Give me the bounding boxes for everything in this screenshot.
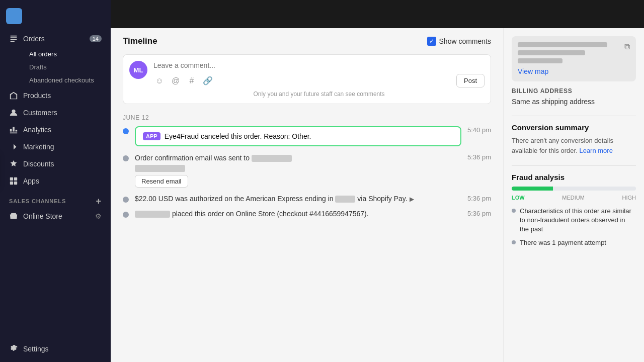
comment-note: Only you and your future staff can see c… (153, 90, 485, 98)
fraud-analysis-title: Fraud analysis (512, 173, 636, 182)
orders-icon (9, 34, 18, 43)
sidebar-item-apps[interactable]: Apps (3, 173, 108, 189)
online-store-icon (9, 212, 18, 221)
fraud-point-1: Characteristics of this order are simila… (512, 207, 636, 234)
discounts-icon (9, 159, 18, 168)
fraud-point-text-1: Characteristics of this order are simila… (520, 207, 636, 234)
app-badge: APP (143, 132, 160, 140)
comment-area: ML ☺ @ # 🔗 Post Only you and your future… (123, 54, 491, 104)
fraud-label-low: LOW (512, 195, 525, 201)
timeline-event-fraud: APP Eye4Fraud canceled this order. Reaso… (123, 126, 491, 146)
fraud-dot-1 (512, 209, 516, 213)
store-icon[interactable] (6, 8, 22, 24)
timeline-event-payment: $22.00 USD was authorized on the America… (123, 195, 491, 203)
sidebar-item-online-store[interactable]: Online Store ⚙ (3, 208, 108, 224)
fraud-label-high: HIGH (622, 195, 636, 201)
center-panel: Timeline Show comments ML ☺ @ # 🔗 Post (111, 28, 503, 362)
right-panel: ⧉ View map BILLING ADDRESS Same as shipp… (503, 28, 644, 362)
products-icon (9, 91, 18, 100)
svg-rect-4 (14, 182, 17, 185)
sidebar-item-analytics[interactable]: Analytics (3, 122, 108, 138)
sidebar-item-customers[interactable]: Customers (3, 105, 108, 121)
payment-time: 5:36 pm (467, 195, 491, 202)
apps-label: Apps (23, 177, 39, 185)
timeline-event-placed: placed this order on Online Store (check… (123, 210, 491, 218)
post-button[interactable]: Post (456, 74, 485, 87)
placed-event-content: placed this order on Online Store (check… (135, 210, 491, 218)
settings-label: Settings (23, 345, 49, 353)
fraud-bar (512, 187, 636, 191)
fraud-dot-2 (512, 240, 516, 244)
placed-time: 5:36 pm (467, 210, 491, 217)
show-comments-toggle[interactable]: Show comments (427, 37, 491, 46)
sales-channels-label: SALES CHANNELS (9, 198, 66, 204)
user-avatar: ML (129, 61, 147, 79)
view-map-link[interactable]: View map (518, 67, 630, 75)
sidebar-item-marketing[interactable]: Marketing (3, 139, 108, 155)
analytics-icon (9, 125, 18, 134)
sidebar-item-all-orders[interactable]: All orders (23, 48, 108, 60)
placed-text: placed this order on Online Store (check… (135, 210, 369, 218)
online-store-settings-icon[interactable]: ⚙ (95, 212, 102, 220)
svg-rect-2 (14, 177, 17, 180)
sidebar-item-discounts[interactable]: Discounts (3, 156, 108, 172)
top-bar (111, 0, 644, 28)
timeline-title: Timeline (123, 36, 157, 46)
resend-email-button[interactable]: Resend email (135, 175, 188, 188)
timeline-event-email: Order confirmation email was sent to 5:3… (123, 153, 491, 188)
event-dot-email (123, 155, 129, 161)
address-line-2 (518, 50, 585, 55)
svg-rect-3 (10, 182, 13, 185)
timeline-date: JUNE 12 (123, 114, 491, 121)
conversion-title: Conversion summary (512, 123, 636, 132)
comment-input-area: ☺ @ # 🔗 Post Only you and your future st… (153, 61, 485, 98)
payment-arrow-icon[interactable]: ▶ (410, 196, 414, 203)
marketing-label: Marketing (23, 143, 54, 151)
svg-point-0 (12, 110, 15, 113)
divider-1 (512, 116, 636, 116)
learn-more-link[interactable]: Learn more (579, 147, 612, 154)
placed-event-row: placed this order on Online Store (check… (135, 210, 491, 218)
fraud-cancel-text: Eye4Fraud canceled this order. Reason: O… (165, 132, 311, 140)
sales-channels-header: SALES CHANNELS + (0, 190, 111, 208)
billing-section: BILLING ADDRESS Same as shipping address (512, 87, 636, 106)
sidebar-item-settings[interactable]: Settings (3, 340, 108, 357)
customers-icon (9, 108, 18, 117)
mention-icon[interactable]: @ (170, 75, 182, 87)
sidebar-item-products[interactable]: Products (3, 87, 108, 104)
billing-value: Same as shipping address (512, 98, 636, 106)
tag-icon[interactable]: # (186, 75, 198, 87)
main-content: Timeline Show comments ML ☺ @ # 🔗 Post (111, 0, 644, 362)
address-line-1 (518, 42, 607, 47)
timeline-header: Timeline Show comments (123, 28, 491, 46)
sidebar-item-drafts[interactable]: Drafts (23, 61, 108, 73)
copy-address-icon[interactable]: ⧉ (624, 42, 630, 51)
event-dot-placed (123, 212, 129, 218)
redacted-card (335, 196, 355, 203)
add-sales-channel-button[interactable]: + (96, 197, 102, 206)
payment-event-content: $22.00 USD was authorized on the America… (135, 195, 491, 203)
billing-label: BILLING ADDRESS (512, 87, 636, 95)
map-preview: ⧉ View map (512, 36, 636, 81)
comment-input[interactable] (153, 61, 485, 69)
show-comments-checkbox[interactable] (427, 37, 436, 46)
sidebar-item-orders[interactable]: Orders 14 (3, 31, 108, 47)
settings-icon (9, 343, 18, 354)
email-event-row: Order confirmation email was sent to 5:3… (135, 153, 491, 172)
fraud-bar-low (512, 187, 553, 191)
email-time: 5:36 pm (467, 153, 491, 161)
address-line-3 (518, 58, 562, 63)
fraud-cancel-row: APP Eye4Fraud canceled this order. Reaso… (135, 126, 461, 146)
divider-2 (512, 165, 636, 166)
show-comments-label: Show comments (439, 37, 491, 45)
analytics-label: Analytics (23, 126, 51, 134)
fraud-bar-medium (553, 187, 594, 191)
fraud-point-2: There was 1 payment attempt (512, 238, 636, 247)
emoji-icon[interactable]: ☺ (153, 75, 166, 87)
link-icon[interactable]: 🔗 (202, 75, 214, 87)
online-store-label: Online Store (23, 212, 62, 220)
fraud-analysis-section: Fraud analysis LOW MEDIUM HIGH Character… (512, 173, 636, 247)
sidebar-item-abandoned-checkouts[interactable]: Abandoned checkouts (23, 74, 108, 86)
orders-badge: 14 (90, 35, 102, 42)
products-label: Products (23, 92, 51, 100)
